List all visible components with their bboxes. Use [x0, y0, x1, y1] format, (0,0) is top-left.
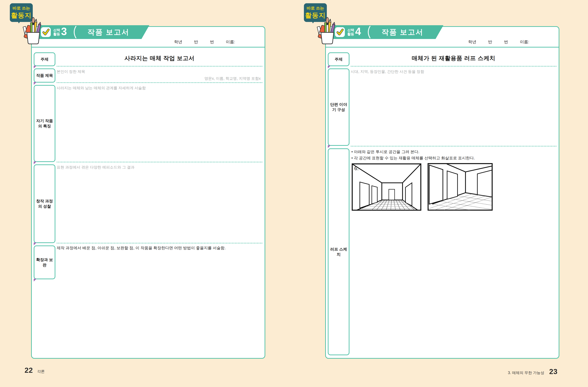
grade-field-label: 학년 — [468, 39, 476, 44]
page-footer-right: 3. 매체의 무한 가능성 23 — [508, 367, 558, 376]
grade-field-label: 학년 — [174, 39, 182, 44]
report-title: 매체가 된 재활용품 러프 스케치 — [351, 54, 556, 62]
page-number: 23 — [549, 367, 558, 376]
row-label-features: 자기 작품의 특징 — [34, 85, 55, 162]
one-point-perspective-figure: 6. — [352, 163, 421, 211]
page-number: 22 — [24, 366, 33, 374]
dotted-divider — [57, 243, 262, 243]
activity-header-banner: 선택 활동 3 작품 보고서 — [38, 25, 149, 39]
row-label-reflection: 창작 과정의 성찰 — [34, 164, 55, 243]
activity-header-banner: 선택 활동 4 작품 보고서 — [332, 25, 443, 39]
name-field-label: 이름: — [226, 39, 235, 44]
banner-curve-divider — [366, 26, 372, 38]
dotted-divider — [57, 66, 262, 67]
stationery-cup-illustration — [21, 17, 46, 44]
stationery-cup-illustration — [315, 17, 340, 44]
work-title-hint: 본인이 정한 제목 — [57, 69, 85, 74]
activity-number: 3 — [61, 26, 67, 37]
figure-number-label: 6. — [354, 165, 358, 171]
activity-word-label: 활동 — [347, 32, 354, 36]
dotted-divider — [57, 162, 262, 162]
activity-select-label: 선택 — [347, 28, 354, 32]
badge-line-1: 바로 쓰는 — [307, 5, 324, 11]
worksheet-sheet: 선택 활동 4 작품 보고서 학년 반 번 이름: 주제 단편 이야기 구성 러… — [325, 26, 559, 359]
class-field-label: 반 — [194, 39, 198, 44]
row-label-topic: 주제 — [328, 52, 349, 66]
banner-title: 작품 보고서 — [372, 27, 443, 37]
row-label-story: 단편 이야기 구성 — [328, 68, 349, 146]
footer-section-label: 각론 — [37, 369, 45, 374]
sketch-instruction-2: 각 공간에 표현할 수 있는 재활용 매체를 선택하고 화살표로 표시한다. — [351, 155, 555, 161]
row-label-sketch: 러프 스케치 — [328, 148, 349, 355]
work-title-hint-right: 영문x, 이름, 학교명, 지역명 포함x — [204, 76, 261, 81]
badge-line-1: 바로 쓰는 — [13, 5, 30, 11]
two-point-perspective-figure — [427, 163, 493, 211]
reflection-hint: 표현 과정에서 겪은 다양한 에피소드와 그 결과 — [57, 165, 134, 170]
class-field-label: 반 — [488, 39, 492, 44]
sketch-instruction-1: 아래와 같은 투시로 공간을 그려 본다. — [351, 149, 555, 155]
dotted-divider — [351, 146, 556, 147]
sketch-instructions: 아래와 같은 투시로 공간을 그려 본다. 각 공간에 표현할 수 있는 재활용… — [351, 149, 555, 161]
activity-type-label: 선택 활동 — [347, 28, 354, 36]
report-title: 사라지는 매체 작업 보고서 — [57, 54, 262, 62]
worksheet-page-left: 바로 쓰는 활동지 — [0, 0, 294, 387]
footer-section-label: 3. 매체의 무한 가능성 — [508, 370, 544, 375]
name-field-label: 이름: — [520, 39, 529, 44]
activity-number: 4 — [355, 26, 361, 37]
perspective-figures: 6. — [352, 163, 493, 211]
activity-type-label: 선택 활동 — [53, 28, 60, 36]
dotted-divider — [57, 82, 262, 83]
banner-curve-divider — [72, 26, 77, 38]
row-label-expansion: 확장과 보완 — [34, 245, 55, 279]
row-label-topic: 주제 — [34, 52, 55, 66]
row-label-work-title: 작품 제목 — [34, 68, 55, 83]
expansion-note: 제작 과정에서 배운 점, 아쉬운 점, 보완할 점, 이 작품을 확장한다면 … — [57, 245, 261, 251]
number-field-label: 번 — [504, 39, 508, 44]
number-field-label: 번 — [210, 39, 214, 44]
worksheet-sheet: 선택 활동 3 작품 보고서 학년 반 번 이름: 주제 작품 제목 자기 작품… — [31, 26, 265, 359]
activity-select-label: 선택 — [53, 28, 60, 32]
page-footer-left: 22 각론 — [24, 366, 45, 374]
dotted-divider — [351, 66, 556, 67]
activity-word-label: 활동 — [53, 32, 60, 36]
story-hint: 시대, 지역, 등장인물, 간단한 사건 등을 정함 — [351, 69, 424, 74]
banner-title: 작품 보고서 — [77, 27, 149, 37]
features-hint: 사라지는 매체와 남는 매체의 관계를 자세하게 서술함 — [57, 86, 146, 90]
worksheet-page-right: 바로 쓰는 활동지 — [294, 0, 588, 387]
